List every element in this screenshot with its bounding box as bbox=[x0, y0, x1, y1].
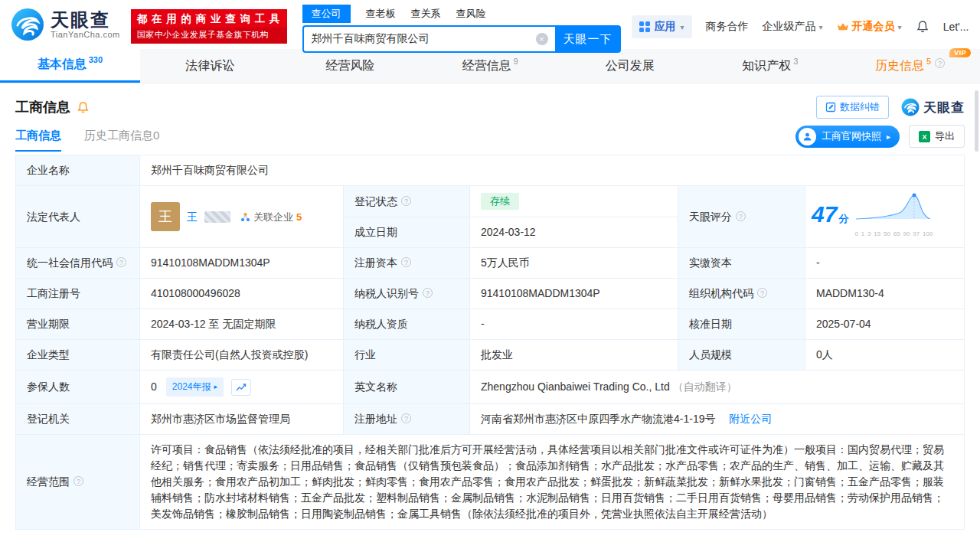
value-reg-number: 410108000496028 bbox=[140, 279, 344, 309]
official-snapshot-button[interactable]: 工商官网快照 ▸ bbox=[795, 126, 900, 148]
user-name[interactable]: Let'... bbox=[943, 21, 969, 33]
scrollbar[interactable] bbox=[975, 90, 978, 152]
value-approval-date: 2025-07-04 bbox=[805, 309, 965, 340]
label-tianyan-score: 天眼评分? bbox=[678, 186, 805, 248]
annual-report-tag[interactable]: 2024年报 ▸ bbox=[166, 377, 224, 397]
tab-label: 知识产权 bbox=[742, 58, 791, 74]
help-icon[interactable]: ? bbox=[74, 476, 83, 486]
label-org-code: 组织机构代码? bbox=[678, 279, 805, 309]
tab-intellectual-property[interactable]: 知识产权 3 bbox=[700, 49, 840, 83]
help-icon[interactable]: ? bbox=[401, 257, 411, 267]
tab-operation-info[interactable]: 经营信息 9 bbox=[420, 49, 560, 83]
tianyancha-logo[interactable]: 天眼查 TianYanCha.com bbox=[11, 8, 120, 41]
main-tabs: 基本信息 330 法律诉讼 经营风险 经营信息 9 公司发展 知识产权 3 历史… bbox=[0, 49, 980, 83]
section-title: 工商信息 bbox=[15, 98, 70, 116]
label-approval-date: 核准日期 bbox=[678, 309, 805, 340]
apps-menu[interactable]: 应用 ▾ bbox=[632, 15, 692, 38]
snapshot-label: 工商官网快照 bbox=[822, 129, 881, 143]
tab-label: 基本信息 bbox=[38, 57, 87, 73]
trend-icon bbox=[236, 383, 247, 392]
chevron-down-icon: ▾ bbox=[898, 23, 902, 31]
value-industry: 批发业 bbox=[470, 340, 678, 371]
help-icon[interactable]: ? bbox=[736, 211, 746, 221]
label-reg-number: 工商注册号 bbox=[16, 279, 140, 309]
monitor-bell-icon[interactable] bbox=[77, 101, 90, 114]
tianyancha-logo-icon bbox=[901, 98, 920, 116]
data-correction-button[interactable]: 数据纠错 bbox=[816, 96, 889, 119]
value-reg-capital: 5万人民币 bbox=[470, 248, 678, 279]
search-block: 查公司 查老板 查关系 查风险 × 天眼一下 bbox=[302, 5, 621, 53]
related-count: 5 bbox=[296, 209, 302, 225]
arrow-right-icon: ▸ bbox=[887, 132, 890, 141]
row-type-industry: 企业类型 有限责任公司(自然人投资或控股) 行业 批发业 人员规模 0人 bbox=[16, 340, 965, 371]
value-reg-status: 存续 bbox=[470, 186, 678, 217]
search-tab-risk[interactable]: 查风险 bbox=[456, 7, 486, 21]
business-info-table: 企业名称 郑州千百味商贸有限公司 法定代表人 王 王 bbox=[15, 155, 965, 530]
relation-graph-icon bbox=[240, 212, 250, 222]
value-registered-address: 河南省郑州市惠济区中原四季水产物流港4-1-19号 附近公司 bbox=[470, 404, 965, 435]
row-insured-english: 参保人数 0 2024年报 ▸ 英文名称 Zhengzh bbox=[16, 371, 965, 404]
value-registration-authority: 郑州市惠济区市场监督管理局 bbox=[140, 404, 344, 435]
help-icon[interactable]: ? bbox=[757, 288, 767, 298]
status-badge: 存续 bbox=[481, 193, 519, 210]
search-tab-boss[interactable]: 查老板 bbox=[366, 7, 396, 21]
subtab-business-info[interactable]: 工商信息 bbox=[15, 129, 61, 152]
insured-number: 0 bbox=[151, 379, 157, 395]
score-value: 47分 bbox=[812, 202, 848, 231]
label-business-scope: 经营范围? bbox=[16, 435, 140, 530]
related-companies-link[interactable]: 关联企业 5 bbox=[240, 209, 302, 225]
top-header: 天眼查 TianYanCha.com 都 在 用 的 商 业 查 询 工 具 国… bbox=[0, 0, 980, 49]
nav-enterprise[interactable]: 企业级产品 ▾ bbox=[763, 20, 823, 34]
help-icon[interactable]: ? bbox=[116, 257, 126, 267]
section-header: 工商信息 数据纠错 bbox=[15, 94, 965, 120]
value-english-name: Zhengzhou Qianbaiwei Trading Co., Ltd（自动… bbox=[470, 371, 965, 404]
nearby-companies-link[interactable]: 附近公司 bbox=[729, 413, 772, 425]
tianyancha-logo-icon bbox=[11, 8, 44, 41]
person-icon bbox=[799, 128, 816, 145]
arrow-right-icon: ▸ bbox=[214, 379, 218, 395]
help-icon[interactable]: ? bbox=[401, 413, 411, 423]
label-taxpayer-id: 纳税人识别号? bbox=[344, 279, 470, 309]
value-taxpayer-quality: - bbox=[470, 309, 678, 340]
tab-count: 3 bbox=[793, 57, 798, 66]
value-org-code: MADDM130-4 bbox=[805, 279, 965, 309]
subtab-history-business-info[interactable]: 历史工商信息0 bbox=[84, 129, 159, 152]
help-icon[interactable]: ? bbox=[401, 196, 411, 206]
row-authority-address: 登记机关 郑州市惠济区市场监督管理局 注册地址? 河南省郑州市惠济区中原四季水产… bbox=[16, 404, 965, 435]
subtab-actions: 工商官网快照 ▸ X 导出 bbox=[795, 125, 965, 152]
row-term-approval: 营业期限 2024-03-12 至 无固定期限 纳税人资质 - 核准日期 202… bbox=[16, 309, 965, 340]
value-credit-code: 91410108MADDM1304P bbox=[140, 248, 344, 279]
edit-icon bbox=[825, 102, 836, 113]
legal-rep-name[interactable]: 王 bbox=[187, 209, 198, 225]
value-tianyan-score: 47分 0131550659097100 bbox=[805, 186, 965, 248]
value-paid-capital: - bbox=[805, 248, 965, 279]
nav-open-vip[interactable]: 开通会员 ▾ bbox=[837, 20, 902, 34]
label-reg-capital: 注册资本? bbox=[344, 248, 470, 279]
clear-icon[interactable]: × bbox=[536, 33, 548, 45]
related-label: 关联企业 bbox=[253, 209, 293, 225]
value-insured-count: 0 2024年报 ▸ bbox=[140, 371, 344, 404]
nav-cooperation[interactable]: 商务合作 bbox=[706, 20, 749, 34]
tab-history-info[interactable]: 历史信息 5 ? VIP bbox=[840, 49, 980, 83]
help-icon[interactable]: ? bbox=[423, 288, 433, 298]
export-button[interactable]: X 导出 bbox=[909, 125, 965, 148]
search-tab-company[interactable]: 查公司 bbox=[302, 5, 351, 23]
search-tab-relation[interactable]: 查关系 bbox=[411, 7, 441, 21]
tab-legal-litigation[interactable]: 法律诉讼 bbox=[140, 49, 280, 83]
brand-text: 天眼查 TianYanCha.com bbox=[51, 10, 120, 39]
label-staff-size: 人员规模 bbox=[678, 340, 805, 371]
score-axis-ticks: 0131550659097100 bbox=[854, 226, 933, 242]
trend-chart-button[interactable] bbox=[231, 379, 251, 396]
chevron-down-icon: ▾ bbox=[681, 23, 684, 31]
vip-badge: VIP bbox=[949, 48, 971, 57]
grid-icon bbox=[639, 21, 650, 32]
help-icon[interactable]: ? bbox=[935, 58, 945, 68]
search-input[interactable] bbox=[304, 27, 555, 51]
tab-operation-risk[interactable]: 经营风险 bbox=[280, 49, 420, 83]
label-paid-capital: 实缴资本 bbox=[678, 248, 805, 279]
tab-basic-info[interactable]: 基本信息 330 bbox=[0, 49, 140, 83]
legal-rep-avatar[interactable]: 王 bbox=[151, 202, 180, 231]
brand-slogan: 都 在 用 的 商 业 查 询 工 具 国家中小企业发展子基金旗下机构 bbox=[131, 9, 287, 44]
notification-bell-icon[interactable] bbox=[916, 20, 929, 34]
tab-company-development[interactable]: 公司发展 bbox=[560, 49, 700, 83]
